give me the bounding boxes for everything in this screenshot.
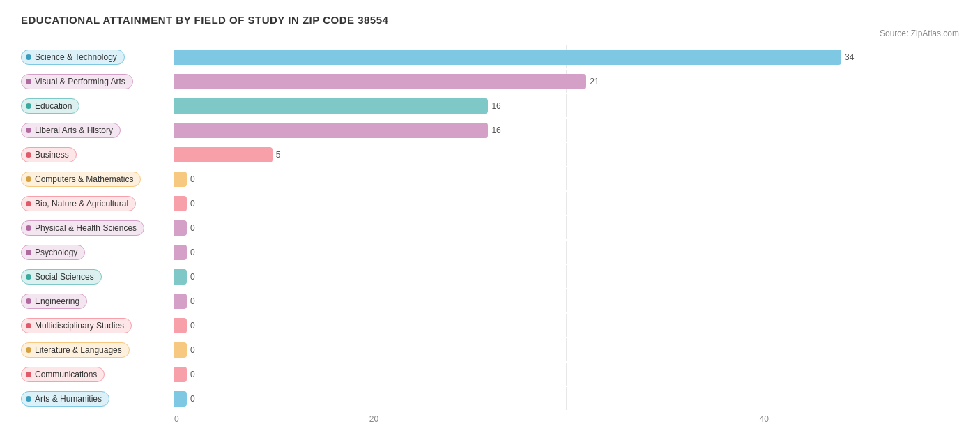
bars-container: Science & Technology34Visual & Performin… [21,45,959,410]
label-pill: Computers & Mathematics [21,172,141,187]
bar-value: 0 [190,199,195,208]
bar-label: Bio, Nature & Agricultural [35,199,128,208]
bar-label: Social Sciences [35,272,94,282]
label-container: Literature & Languages [21,342,174,358]
label-container: Communications [21,367,174,382]
label-container: Science & Technology [21,50,174,65]
bar-fill [174,196,187,211]
bar-value: 34 [845,52,854,62]
bar-row: Education16 [21,94,959,117]
bar-row: Science & Technology34 [21,45,959,68]
bar-section: 0 [174,363,959,386]
bar-row: Physical & Health Sciences0 [21,216,959,239]
bar-section: 21 [174,70,959,93]
label-container: Social Sciences [21,269,174,285]
bar-fill [174,294,187,309]
label-container: Visual & Performing Arts [21,74,174,89]
bar-value: 0 [190,321,195,331]
label-container: Arts & Humanities [21,391,174,407]
bar-label: Science & Technology [35,52,117,62]
bar-fill [174,269,187,285]
bar-section: 0 [174,314,959,337]
x-axis-tick: 40 [569,414,959,424]
bar-row: Literature & Languages0 [21,338,959,361]
bar-section: 0 [174,338,959,361]
bar-row: Social Sciences0 [21,265,959,288]
label-container: Physical & Health Sciences [21,220,174,236]
chart-area: Science & Technology34Visual & Performin… [21,45,959,424]
label-container: Computers & Mathematics [21,172,174,187]
bar-row: Business5 [21,143,959,166]
label-container: Liberal Arts & History [21,123,174,138]
bar-row: Arts & Humanities0 [21,387,959,410]
bar-label: Physical & Health Sciences [35,223,137,233]
label-dot [26,128,31,133]
bar-row: Multidisciplinary Studies0 [21,314,959,337]
bar-label: Arts & Humanities [35,394,102,404]
bar-value: 16 [491,126,500,135]
label-pill: Physical & Health Sciences [21,220,144,236]
bar-fill [174,50,841,65]
bar-fill [174,367,187,382]
bar-section: 5 [174,143,959,166]
label-container: Multidisciplinary Studies [21,318,174,333]
bar-value: 0 [190,345,195,355]
bar-label: Computers & Mathematics [35,174,133,184]
label-container: Education [21,98,174,114]
label-dot [26,152,31,158]
bar-fill [174,123,488,138]
bar-section: 16 [174,94,959,117]
label-container: Business [21,147,174,162]
x-axis-tick: 0 [174,414,179,424]
label-pill: Business [21,147,77,162]
bar-fill [174,342,187,358]
bar-section: 0 [174,167,959,190]
bar-value: 0 [190,174,195,184]
label-container: Engineering [21,294,174,309]
label-dot [26,54,31,60]
bar-section: 34 [174,45,959,68]
bar-label: Visual & Performing Arts [35,77,125,86]
bar-value: 0 [190,394,195,404]
bar-row: Engineering0 [21,289,959,312]
bar-fill [174,172,187,187]
label-pill: Literature & Languages [21,342,130,358]
label-pill: Engineering [21,294,87,309]
label-dot [26,323,31,328]
bar-label: Literature & Languages [35,345,122,355]
bar-fill [174,147,273,162]
bar-section: 0 [174,289,959,312]
bar-section: 0 [174,265,959,288]
bar-fill [174,98,488,114]
bar-section: 0 [174,387,959,410]
label-pill: Visual & Performing Arts [21,74,133,89]
bar-value: 0 [190,370,195,379]
bar-fill [174,220,187,236]
x-axis: 02040 [21,414,959,424]
bar-label: Education [35,101,72,111]
bar-value: 0 [190,248,195,257]
label-dot [26,225,31,231]
bar-label: Multidisciplinary Studies [35,321,124,331]
bar-fill [174,245,187,260]
bar-value: 0 [190,296,195,306]
label-dot [26,274,31,280]
source-label: Source: ZipAtlas.com [21,29,959,38]
chart-title: EDUCATIONAL ATTAINMENT BY FIELD OF STUDY… [21,14,959,26]
x-axis-tick: 20 [179,414,569,424]
label-dot [26,372,31,377]
label-pill: Arts & Humanities [21,391,109,407]
label-container: Bio, Nature & Agricultural [21,196,174,211]
bar-section: 0 [174,216,959,239]
label-pill: Psychology [21,245,85,260]
label-pill: Bio, Nature & Agricultural [21,196,136,211]
bar-fill [174,318,187,333]
label-pill: Science & Technology [21,50,125,65]
bar-row: Liberal Arts & History16 [21,119,959,142]
bar-label: Liberal Arts & History [35,126,113,135]
bar-fill [174,391,187,407]
label-container: Psychology [21,245,174,260]
bar-label: Business [35,150,69,160]
bar-label: Engineering [35,296,79,306]
bar-section: 0 [174,192,959,215]
